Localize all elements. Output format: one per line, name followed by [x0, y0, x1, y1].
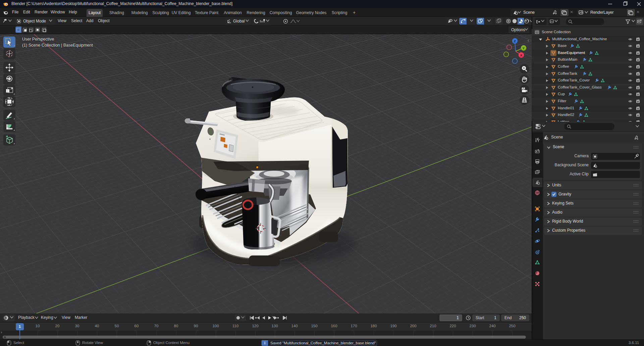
svg-text:Y: Y: [523, 46, 525, 50]
svg-text:Z: Z: [514, 39, 516, 43]
svg-text:X: X: [520, 53, 523, 57]
